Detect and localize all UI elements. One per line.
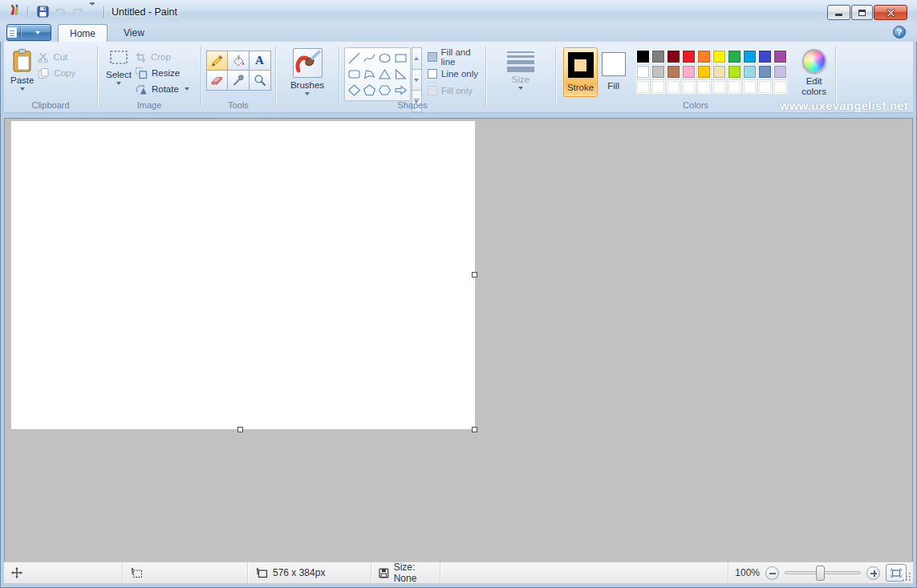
zoom-out-button[interactable] [765, 566, 779, 580]
canvas-resize-handle-corner[interactable] [472, 427, 477, 432]
shape-rounded-rectangle-button[interactable] [347, 66, 362, 82]
redo-button[interactable] [69, 4, 87, 20]
palette-empty-slot[interactable] [713, 81, 725, 93]
shapes-scroll-down-button[interactable] [412, 69, 422, 91]
tab-home[interactable]: Home [58, 24, 108, 42]
title-bar: Untitled - Paint [0, 0, 917, 23]
shape-triangle-button[interactable] [377, 66, 392, 82]
fill-and-line-option[interactable]: Fill and line [428, 48, 485, 65]
palette-swatch[interactable] [713, 66, 725, 78]
shape-line-button[interactable] [347, 50, 362, 66]
group-shapes: Fill and line Line only Fill only Shapes [339, 42, 485, 112]
palette-empty-slot[interactable] [759, 81, 771, 93]
shape-ellipse-button[interactable] [377, 50, 392, 66]
group-label-image: Image [98, 100, 201, 110]
palette-empty-slot[interactable] [744, 81, 756, 93]
palette-empty-slot[interactable] [774, 81, 786, 93]
stroke-color-button[interactable]: Stroke [563, 47, 598, 97]
palette-empty-slot[interactable] [652, 81, 664, 93]
palette-empty-slot[interactable] [637, 81, 649, 93]
shape-curve-button[interactable] [362, 50, 377, 66]
palette-empty-slot[interactable] [683, 81, 695, 93]
qat-separator [103, 6, 104, 18]
palette-swatch[interactable] [637, 66, 649, 78]
save-icon [37, 6, 49, 18]
palette-swatch[interactable] [713, 51, 725, 63]
application-menu-button[interactable] [6, 24, 51, 41]
chevron-down-icon [35, 31, 40, 34]
fill-color-button[interactable]: Fill [598, 47, 629, 97]
shape-arrow-button[interactable] [392, 83, 408, 99]
shape-hexagon-button[interactable] [377, 83, 392, 99]
copy-button[interactable]: Copy [34, 65, 79, 81]
minimize-icon [835, 14, 842, 16]
help-button[interactable]: ? [893, 26, 906, 39]
zoom-slider-thumb[interactable] [816, 566, 825, 581]
close-button[interactable] [874, 5, 907, 20]
text-tool-button[interactable]: A [249, 51, 271, 71]
rotate-button[interactable]: Rotate [132, 81, 193, 97]
tab-view[interactable]: View [112, 24, 156, 42]
pencil-tool-button[interactable] [206, 51, 228, 71]
palette-empty-slot[interactable] [667, 81, 680, 93]
palette-swatch[interactable] [698, 51, 710, 63]
undo-button[interactable] [51, 4, 69, 20]
zoom-in-button[interactable] [866, 566, 880, 580]
maximize-button[interactable] [851, 5, 873, 20]
brushes-button[interactable]: Brushes [290, 46, 324, 112]
palette-swatch[interactable] [683, 51, 695, 63]
palette-swatch[interactable] [652, 66, 664, 78]
close-icon [887, 9, 895, 17]
palette-swatch[interactable] [667, 51, 680, 63]
canvas[interactable] [11, 121, 475, 429]
cursor-position-icon [11, 567, 22, 578]
eraser-tool-button[interactable] [206, 70, 228, 91]
shape-rectangle-button[interactable] [392, 50, 408, 66]
line-only-option[interactable]: Line only [428, 65, 485, 82]
selection-size-icon [130, 567, 143, 578]
palette-swatch[interactable] [637, 51, 649, 63]
color-picker-tool-button[interactable] [227, 70, 250, 91]
shape-diamond-button[interactable] [347, 83, 362, 99]
shape-pentagon-button[interactable] [362, 83, 377, 99]
palette-swatch[interactable] [759, 51, 771, 63]
shape-diamond-icon [347, 83, 361, 97]
palette-swatch[interactable] [728, 51, 740, 63]
palette-swatch[interactable] [744, 66, 756, 78]
shape-polygon-button[interactable] [362, 66, 377, 82]
redo-icon [71, 6, 84, 18]
size-button[interactable]: Size [507, 46, 534, 112]
canvas-resize-handle-right[interactable] [472, 272, 477, 278]
canvas-resize-handle-bottom[interactable] [237, 427, 243, 432]
fill-tool-button[interactable] [227, 51, 250, 71]
magnifier-tool-button[interactable] [249, 70, 271, 91]
palette-swatch[interactable] [728, 66, 740, 78]
palette-swatch[interactable] [774, 51, 786, 63]
palette-swatch[interactable] [759, 66, 771, 78]
resize-button[interactable]: Resize [132, 65, 193, 81]
palette-empty-slot[interactable] [698, 81, 710, 93]
palette-empty-slot[interactable] [728, 81, 740, 93]
fill-only-option[interactable]: Fill only [428, 82, 485, 99]
palette-swatch[interactable] [744, 51, 756, 63]
shape-curve-icon [363, 51, 376, 65]
group-label-clipboard: Clipboard [4, 100, 97, 110]
stroke-color-swatch [568, 52, 594, 78]
shapes-scroll-up-button[interactable] [412, 47, 422, 70]
chevron-down-icon [518, 87, 523, 90]
palette-swatch[interactable] [774, 66, 786, 78]
palette-swatch[interactable] [667, 66, 680, 78]
crop-button[interactable]: Crop [132, 49, 193, 65]
save-button[interactable] [34, 4, 51, 20]
chevron-down-icon [116, 82, 121, 85]
cut-button[interactable]: Cut [34, 49, 79, 65]
palette-swatch[interactable] [683, 66, 695, 78]
palette-swatch[interactable] [652, 51, 664, 63]
palette-swatch[interactable] [698, 66, 710, 78]
zoom-slider-track[interactable] [785, 571, 861, 574]
shape-right-triangle-button[interactable] [392, 66, 408, 82]
fill-only-icon [428, 86, 437, 95]
customize-qat-button[interactable] [87, 4, 98, 20]
minimize-button[interactable] [827, 5, 850, 20]
resize-grip[interactable] [903, 573, 911, 581]
